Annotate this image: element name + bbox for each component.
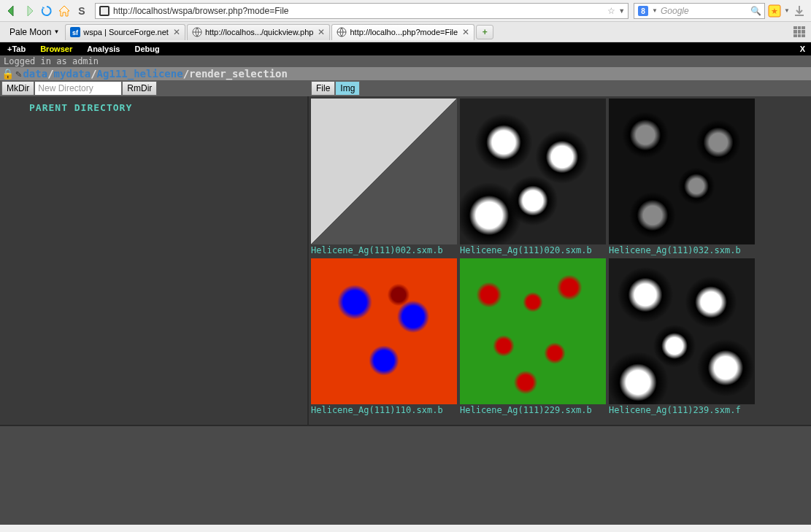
globe-icon bbox=[337, 27, 347, 37]
tab-quickview[interactable]: http://localhos.../quickview.php ✕ bbox=[187, 24, 331, 40]
thumbnail-image bbox=[460, 99, 606, 244]
app-menu-newtab[interactable]: +Tab bbox=[0, 45, 33, 53]
thumbnail-item[interactable]: Helicene_Ag(111)110.sxm.b bbox=[311, 258, 457, 415]
thumbnail-image bbox=[609, 258, 755, 404]
url-dropdown-icon[interactable]: ▼ bbox=[618, 7, 625, 15]
dropdown-arrow-icon: ▼ bbox=[53, 28, 59, 35]
toolbar-row: MkDir RmDir File Img bbox=[0, 80, 811, 96]
letter-s-icon[interactable]: S bbox=[74, 3, 90, 19]
thumbnail-image bbox=[311, 258, 457, 404]
login-status: Logged in as admin bbox=[0, 55, 811, 67]
svg-text:8: 8 bbox=[641, 7, 645, 15]
tab-bar: Pale Moon ▼ sf wspa | SourceForge.net ✕ … bbox=[0, 22, 811, 42]
svg-text:★: ★ bbox=[771, 7, 778, 15]
app-menu-bar: +Tab Browser Analysis Debug X bbox=[0, 42, 811, 55]
search-bar[interactable]: 8 ▼ Google 🔍 bbox=[634, 3, 765, 19]
url-text: http://localhost/wspa/browser.php?mode=F… bbox=[113, 6, 604, 16]
url-bar[interactable]: http://localhost/wspa/browser.php?mode=F… bbox=[95, 3, 629, 19]
rmdir-button[interactable]: RmDir bbox=[122, 81, 157, 96]
lock-icon: 🔒 bbox=[1, 68, 14, 80]
thumbnail-caption: Helicene_Ag(111)110.sxm.b bbox=[311, 404, 457, 415]
thumbnail-caption: Helicene_Ag(111)002.sxm.b bbox=[311, 244, 457, 255]
app-menu-close-button[interactable]: X bbox=[794, 45, 811, 53]
parent-directory-link[interactable]: PARENT DIRECTORY bbox=[0, 102, 307, 113]
tab-close-icon[interactable]: ✕ bbox=[462, 27, 469, 37]
forward-button[interactable] bbox=[21, 3, 37, 19]
file-mode-button[interactable]: File bbox=[311, 81, 335, 96]
new-tab-button[interactable]: + bbox=[476, 25, 493, 39]
bookmarks-star-button[interactable]: ★ bbox=[766, 3, 783, 19]
thumbnail-item[interactable]: Helicene_Ag(111)229.sxm.b bbox=[460, 258, 606, 415]
bottom-panel bbox=[0, 425, 811, 525]
thumbnail-image bbox=[609, 99, 755, 244]
new-directory-input[interactable] bbox=[34, 81, 122, 96]
tab-browser-file[interactable]: http://localho...php?mode=File ✕ bbox=[331, 24, 474, 40]
app-menu-browser[interactable]: Browser bbox=[33, 45, 80, 53]
svg-rect-1 bbox=[101, 7, 108, 15]
breadcrumb-current: render_selection bbox=[189, 68, 288, 80]
img-mode-button[interactable]: Img bbox=[335, 81, 360, 96]
mkdir-button[interactable]: MkDir bbox=[1, 81, 34, 96]
search-magnifier-icon[interactable]: 🔍 bbox=[750, 6, 761, 16]
url-icon bbox=[99, 5, 110, 17]
main-area: PARENT DIRECTORY Helicene_Ag(111)002.sxm… bbox=[0, 96, 811, 425]
bookmark-star-icon[interactable]: ☆ bbox=[607, 6, 615, 16]
thumbnail-caption: Helicene_Ag(111)239.sxm.f bbox=[609, 404, 755, 415]
app-menu-analysis[interactable]: Analysis bbox=[80, 45, 127, 53]
breadcrumb-segment[interactable]: mydata bbox=[54, 68, 91, 80]
tab-close-icon[interactable]: ✕ bbox=[173, 27, 180, 37]
search-dropdown-icon[interactable]: ▼ bbox=[652, 7, 658, 14]
breadcrumb-segment[interactable]: Ag111_helicene bbox=[97, 68, 183, 80]
pencil-icon[interactable]: ✎ bbox=[15, 68, 21, 80]
directory-sidebar: PARENT DIRECTORY bbox=[0, 96, 309, 425]
thumbnail-caption: Helicene_Ag(111)032.sxm.b bbox=[609, 244, 755, 255]
thumbnail-panel: Helicene_Ag(111)002.sxm.b Helicene_Ag(11… bbox=[309, 96, 811, 425]
thumbnail-caption: Helicene_Ag(111)229.sxm.b bbox=[460, 404, 606, 415]
reload-button[interactable] bbox=[39, 3, 55, 19]
thumbnail-item[interactable]: Helicene_Ag(111)239.sxm.f bbox=[609, 258, 755, 415]
thumbnail-item[interactable]: Helicene_Ag(111)020.sxm.b bbox=[460, 99, 606, 255]
star-dropdown-icon[interactable]: ▼ bbox=[784, 7, 790, 14]
browser-toolbar: S http://localhost/wspa/browser.php?mode… bbox=[0, 0, 811, 22]
home-button[interactable] bbox=[56, 3, 72, 19]
back-button[interactable] bbox=[4, 3, 20, 19]
download-button[interactable] bbox=[791, 3, 807, 19]
globe-icon bbox=[192, 27, 202, 37]
browser-menu-button[interactable]: Pale Moon ▼ bbox=[4, 27, 65, 37]
thumbnail-item[interactable]: Helicene_Ag(111)032.sxm.b bbox=[609, 99, 755, 255]
tab-sourceforge[interactable]: sf wspa | SourceForge.net ✕ bbox=[65, 24, 185, 40]
tab-grid-icon[interactable] bbox=[793, 26, 805, 38]
thumbnail-image bbox=[311, 99, 457, 244]
thumbnail-image bbox=[460, 258, 606, 404]
app-menu-debug[interactable]: Debug bbox=[127, 45, 166, 53]
breadcrumb-segment[interactable]: data bbox=[23, 68, 47, 80]
thumbnail-caption: Helicene_Ag(111)020.sxm.b bbox=[460, 244, 606, 255]
thumbnail-item[interactable]: Helicene_Ag(111)002.sxm.b bbox=[311, 99, 457, 255]
google-icon: 8 bbox=[637, 5, 649, 17]
search-placeholder: Google bbox=[661, 6, 750, 16]
tab-close-icon[interactable]: ✕ bbox=[318, 27, 325, 37]
svg-text:sf: sf bbox=[72, 29, 79, 36]
sourceforge-icon: sf bbox=[70, 27, 80, 37]
breadcrumb: 🔒 ✎ data / mydata / Ag111_helicene / ren… bbox=[0, 67, 811, 80]
